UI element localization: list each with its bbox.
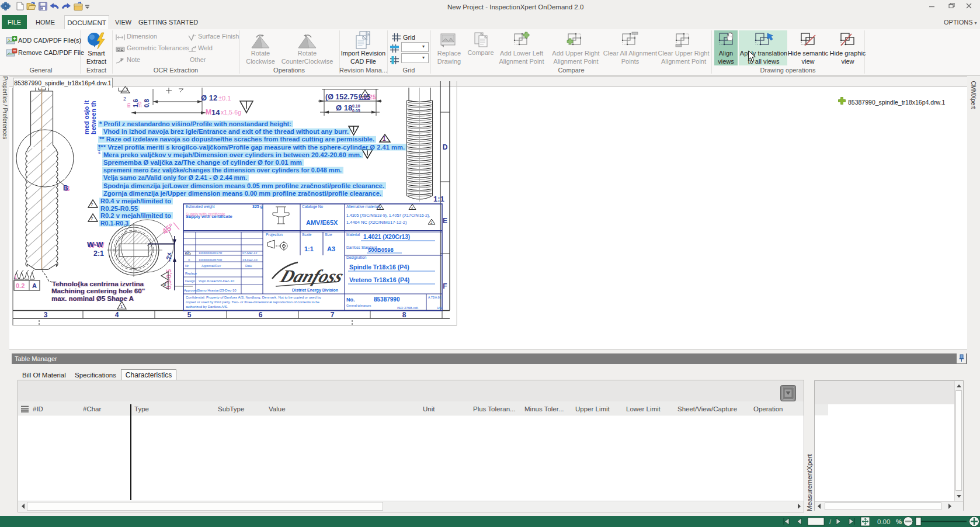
svg-text:Vreteno Tr18x16 (P4): Vreteno Tr18x16 (P4) [349, 276, 409, 283]
svg-text:14: 14 [211, 108, 220, 117]
svg-text:100000026700: 100000026700 [199, 258, 223, 262]
svg-text:=: = [188, 258, 190, 262]
svg-text:6: 6 [259, 311, 263, 319]
svg-text:E: E [443, 217, 447, 225]
svg-text:R0.2 v mejah/ilmited to: R0.2 v mejah/ilmited to [100, 213, 171, 219]
svg-text:M: M [206, 108, 211, 116]
svg-text:5: 5 [187, 311, 192, 319]
svg-text:0.00: 0.00 [877, 518, 890, 525]
svg-text:2: 2 [379, 206, 381, 210]
svg-text:F: F [443, 282, 447, 290]
svg-text:Date: Date [245, 264, 252, 268]
svg-text:max. nominal Ø5 Shape A: max. nominal Ø5 Shape A [51, 295, 134, 302]
svg-text:Machining centering hole 60": Machining centering hole 60" [51, 287, 145, 294]
svg-text:A.75/A.66: A.75/A.66 [428, 296, 441, 299]
svg-text:District Energy Division: District Energy Division [292, 288, 338, 293]
svg-text:Spindle Tr18x16 (P4): Spindle Tr18x16 (P4) [349, 264, 409, 271]
svg-text:7: 7 [331, 311, 335, 319]
svg-text:1: 1 [14, 274, 17, 280]
svg-text:Supply with certificate: Supply with certificate [186, 212, 225, 217]
svg-text:** Raze od izdelave navoja so: ** Raze od izdelave navoja so dopustne/t… [99, 136, 374, 143]
svg-text:Approval/Rev: Approval/Rev [201, 264, 221, 268]
svg-text:Spodnja dimenzija je/Lower dim: Spodnja dimenzija je/Lower dimension mea… [103, 183, 384, 189]
svg-text:1.4404 NC (X2CrNiMo17-12-2): 1.4404 NC (X2CrNiMo17-12-2) [346, 220, 407, 225]
svg-text:-2x: -2x [165, 252, 172, 262]
svg-text:0,3-0,5: 0,3-0,5 [165, 269, 172, 289]
svg-text:2:1: 2:1 [93, 249, 104, 258]
svg-text:* Profil z nestandardno višino: * Profil z nestandardno višino/Profile w… [99, 121, 291, 127]
svg-text:1: 1 [120, 304, 123, 309]
svg-text:A3: A3 [327, 245, 335, 252]
svg-text:R0.25-R0.55: R0.25-R0.55 [100, 206, 138, 212]
svg-text:A: A [32, 282, 37, 289]
svg-text:D: D [443, 143, 448, 151]
svg-text:Velja samo za/Valid only for Ø: Velja samo za/Valid only for Ø 2.41 - Ø … [103, 175, 247, 181]
svg-text:W-W: W-W [87, 241, 103, 249]
svg-text:1:1: 1:1 [304, 245, 314, 252]
svg-text:Vojin Kosac/23-Dec-10: Vojin Kosac/23-Dec-10 [199, 279, 235, 283]
svg-text:Material: Material [346, 233, 360, 237]
svg-text:1.4305 (X9C/NiS18-9), 1.4057 (: 1.4305 (X9C/NiS18-9), 1.4057 (X17CrNi16-… [346, 213, 430, 218]
svg-text:Size: Size [325, 233, 332, 237]
svg-text:Ø 18: Ø 18 [336, 103, 352, 112]
svg-text:2: 2 [411, 206, 413, 210]
svg-text:Alternative materials: Alternative materials [346, 204, 381, 209]
svg-text:*** Vrzel profila meriti s kro: *** Vrzel profila meriti s krogilco-valj… [98, 144, 405, 151]
svg-text:Nr.: Nr. [185, 264, 190, 268]
svg-text:med osjo it: med osjo it [83, 100, 90, 134]
svg-text:B: B [63, 184, 68, 192]
svg-text:authorized by Danfoss A/S.: authorized by Danfoss A/S. [186, 305, 228, 308]
svg-text:Approved: Approved [184, 289, 198, 292]
svg-text:No.: No. [346, 297, 355, 303]
svg-text:7: 7 [91, 202, 93, 207]
svg-text:Ø 12: Ø 12 [201, 93, 217, 102]
svg-text:±0: ±0 [137, 102, 143, 108]
svg-text:2: 2 [430, 221, 433, 224]
svg-text:7: 7 [91, 216, 93, 221]
svg-text:8: 8 [402, 311, 406, 319]
svg-text:copied or used by third party.: copied or used by third party. Two- or t… [186, 300, 320, 304]
svg-text:between th: between th [90, 100, 97, 134]
svg-text:±0.1: ±0.1 [218, 95, 231, 102]
svg-text:Samo Hrastar/23-Dec-10: Samo Hrastar/23-Dec-10 [197, 289, 237, 292]
svg-text:0.05: 0.05 [352, 109, 360, 113]
svg-text:AMV/E65X: AMV/E65X [306, 219, 338, 226]
svg-text:General tolerances: General tolerances [346, 304, 371, 307]
svg-text:Projection: Projection [266, 233, 283, 237]
svg-text:Mera preko valjčkov v mejah/Di: Mera preko valjčkov v mejah/Dimension ov… [103, 152, 362, 158]
svg-text:Zgornja dimenzija je/Upper dim: Zgornja dimenzija je/Upper dimension mea… [103, 190, 381, 197]
svg-text:Designation: Designation [346, 255, 367, 260]
svg-text:Scale: Scale [302, 233, 312, 237]
svg-text:0.10: 0.10 [352, 104, 360, 108]
svg-text:Sprememba Ø valjčka za/The ch: Sprememba Ø valjčka za/The change of cyl… [103, 160, 302, 166]
svg-text:Design: Design [185, 279, 195, 283]
svg-text:(Ø 152.75: (Ø 152.75 [325, 93, 358, 101]
svg-text:45°: 45° [160, 221, 176, 237]
svg-text:x1,5-6g: x1,5-6g [221, 109, 241, 116]
svg-text:R0.4 v mejah/limited to: R0.4 v mejah/limited to [100, 198, 171, 204]
svg-text:spremeni mero čez valjčke/chan: spremeni mero čez valjčke/changes the di… [103, 167, 342, 174]
svg-text:3: 3 [44, 311, 48, 319]
svg-text:R0.1-R0.3: R0.1-R0.3 [100, 220, 128, 227]
svg-text:Confidential: Property of Dan: Confidential: Property of Danfoss A/S, N… [186, 296, 321, 299]
svg-text:500B0598: 500B0598 [368, 247, 394, 253]
svg-text:100000020170: 100000020170 [199, 251, 223, 255]
svg-text:m: m [126, 103, 131, 108]
svg-text:1:1: 1:1 [433, 195, 444, 203]
svg-text:325 g: 325 g [252, 204, 263, 209]
svg-text:1: 1 [383, 136, 386, 142]
svg-text:23-Dec-10: 23-Dec-10 [242, 258, 258, 262]
svg-text:%: % [896, 518, 902, 525]
svg-text:2: 2 [123, 96, 126, 102]
svg-text:Cataloge No: Cataloge No [302, 204, 324, 209]
svg-text:85387990: 85387990 [374, 296, 400, 303]
svg-text:Replace: Replace [185, 272, 197, 275]
svg-text:0.2: 0.2 [16, 282, 25, 289]
svg-text:B: B [164, 282, 166, 286]
svg-text:1/1: 1/1 [437, 306, 442, 310]
svg-text:07-Mar-12: 07-Mar-12 [242, 251, 257, 255]
svg-text:Estimated weight: Estimated weight [186, 204, 215, 209]
svg-text:4: 4 [115, 311, 119, 319]
svg-text:1.4021 (X20Cr13): 1.4021 (X20Cr13) [363, 234, 410, 240]
svg-text:0,8: 0,8 [143, 99, 150, 108]
